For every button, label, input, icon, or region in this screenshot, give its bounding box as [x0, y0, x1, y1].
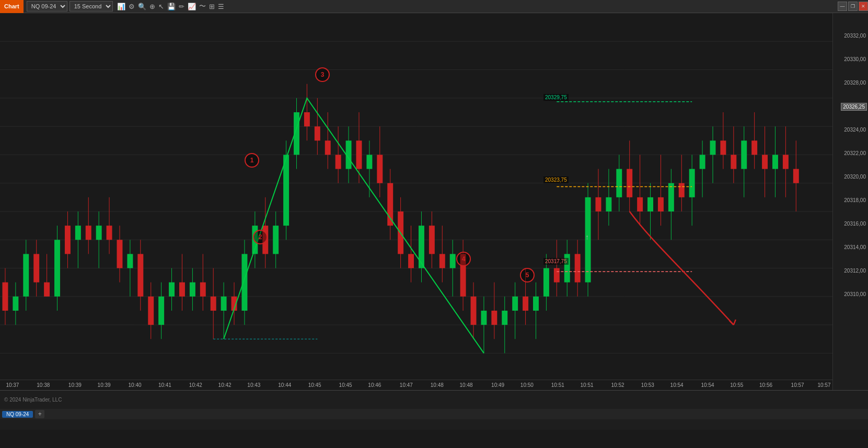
time-label-1038: 10:38 [37, 382, 50, 388]
annotation-circle-5: 5 [520, 268, 535, 282]
price-tick-20312: 20312,00 [844, 268, 866, 274]
annotation-circle-2: 2 [253, 230, 268, 244]
time-label-1051a: 10:51 [551, 382, 564, 388]
price-label-red: 20317,75 [543, 258, 569, 265]
time-label-1057a: 10:57 [791, 382, 804, 388]
time-label-1057b: 10:57 [818, 382, 831, 388]
price-tick-20324: 20324,00 [844, 127, 866, 133]
title-bar: Chart NQ 09-24 15 Second 📊 ⚙ 🔍 ⊕ ↖ 💾 ✏ 📈… [0, 0, 868, 13]
list-icon[interactable]: ☰ [218, 3, 224, 10]
price-tick-20310: 20310,00 [844, 291, 866, 297]
time-label-1050: 10:50 [520, 382, 534, 388]
time-label-1040: 10:40 [129, 382, 142, 388]
price-label-orange: 20323,75 [543, 176, 569, 183]
time-label-1047: 10:47 [400, 382, 413, 388]
time-label-1042a: 10:42 [189, 382, 202, 388]
price-tick-20314: 20314,00 [844, 244, 866, 250]
time-label-1048b: 10:48 [460, 382, 473, 388]
tab-add-button[interactable]: + [35, 410, 44, 418]
time-label-1054a: 10:54 [670, 382, 684, 388]
time-label-1056: 10:56 [759, 382, 772, 388]
price-tick-20316: 20316,00 [844, 221, 866, 227]
window-controls: — ❐ ✕ [838, 2, 868, 11]
annotation-circle-3: 3 [315, 67, 330, 82]
draw-icon[interactable]: ✏ [179, 3, 184, 10]
settings-icon[interactable]: ⚙ [129, 3, 135, 10]
time-label-1053: 10:53 [641, 382, 654, 388]
footer-tabs: NQ 09-24 + [0, 409, 868, 419]
time-label-1051b: 10:51 [581, 382, 594, 388]
chart-badge: Chart [0, 0, 24, 13]
indicators-icon[interactable]: 📈 [188, 3, 196, 10]
crosshair-icon[interactable]: ⊕ [149, 3, 155, 10]
time-label-1054b: 10:54 [701, 382, 714, 388]
time-label-1049: 10:49 [491, 382, 504, 388]
annotation-circle-4: 4 [456, 252, 471, 266]
chart-container: ATCHSwingBreakoutSequence(NQ 09-24 (15 S… [0, 13, 868, 430]
price-label-green: 20329,75 [543, 94, 569, 101]
time-label-1046: 10:46 [368, 382, 381, 388]
tab-nq[interactable]: NQ 09-24 [2, 411, 33, 418]
time-label-1052: 10:52 [611, 382, 624, 388]
time-label-1048a: 10:48 [431, 382, 444, 388]
price-axis: 20332,00 20330,00 20328,00 20326,25 2032… [832, 13, 868, 410]
footer-copyright: © 2024 NinjaTrader, LLC [0, 391, 868, 409]
chart-canvas[interactable] [0, 13, 832, 410]
time-label-1039b: 10:39 [98, 382, 111, 388]
wave-icon[interactable]: 〜 [199, 2, 206, 11]
arrow-icon[interactable]: ↖ [158, 3, 164, 10]
close-button[interactable]: ✕ [859, 2, 868, 11]
toolbar-icons: 📊 ⚙ 🔍 ⊕ ↖ 💾 ✏ 📈 〜 ⊞ ☰ [117, 2, 224, 11]
maximize-button[interactable]: ❐ [848, 2, 858, 11]
grid-icon[interactable]: ⊞ [209, 3, 215, 10]
timeframe-select[interactable]: 15 Second [70, 1, 113, 11]
time-label-1045a: 10:45 [308, 382, 321, 388]
minimize-button[interactable]: — [838, 2, 847, 11]
price-tick-20322: 20322,00 [844, 150, 866, 156]
price-tick-20326-current: 20326,25 [841, 103, 867, 111]
bar-chart-icon[interactable]: 📊 [117, 3, 125, 10]
time-label-1042b: 10:42 [218, 382, 232, 388]
save-icon[interactable]: 💾 [167, 3, 176, 10]
price-tick-20332: 20332,00 [844, 33, 866, 39]
time-label-1041: 10:41 [158, 382, 171, 388]
time-axis: 10:37 10:38 10:39 10:39 10:40 10:41 10:4… [0, 380, 832, 390]
time-label-1043: 10:43 [247, 382, 260, 388]
price-tick-20328: 20328,00 [844, 80, 866, 86]
time-label-1037a: 10:37 [6, 382, 19, 388]
time-label-1044: 10:44 [278, 382, 291, 388]
zoom-in-icon[interactable]: 🔍 [138, 3, 146, 10]
price-tick-20318: 20318,00 [844, 197, 866, 203]
instrument-select[interactable]: NQ 09-24 [27, 1, 67, 11]
time-label-1055: 10:55 [730, 382, 743, 388]
time-label-1045b: 10:45 [339, 382, 352, 388]
price-tick-20330: 20330,00 [844, 56, 866, 62]
footer: © 2024 NinjaTrader, LLC NQ 09-24 + [0, 390, 868, 430]
price-tick-20320: 20320,00 [844, 174, 866, 180]
time-label-1039a: 10:39 [68, 382, 82, 388]
annotation-circle-1: 1 [245, 153, 259, 168]
